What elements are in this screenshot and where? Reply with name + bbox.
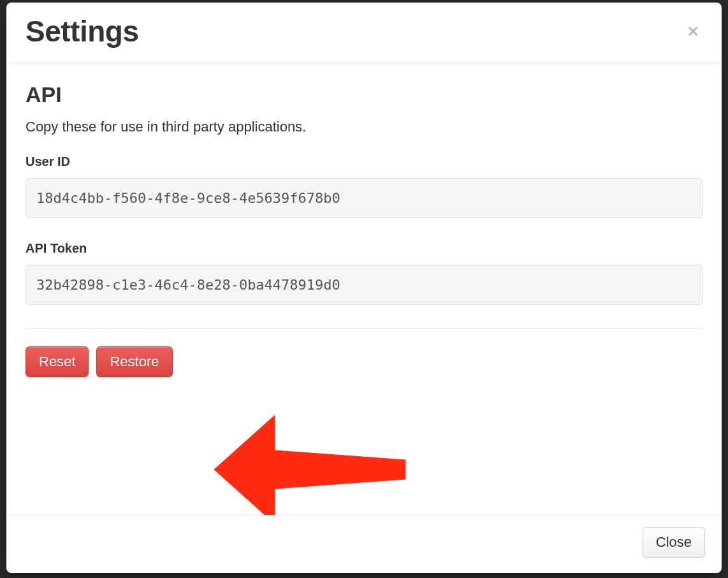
settings-modal: Settings × API Copy these for use in thi… — [6, 3, 722, 573]
arrow-annotation-icon — [214, 415, 412, 515]
api-token-label: API Token — [25, 241, 703, 256]
svg-marker-0 — [214, 415, 405, 515]
user-id-label: User ID — [25, 154, 703, 169]
api-heading: API — [25, 82, 703, 107]
close-button[interactable]: Close — [643, 527, 705, 558]
restore-button[interactable]: Restore — [96, 346, 172, 377]
api-description: Copy these for use in third party applic… — [25, 119, 703, 135]
reset-button[interactable]: Reset — [25, 346, 89, 377]
user-id-field[interactable] — [25, 178, 703, 218]
modal-header: Settings × — [6, 3, 722, 63]
modal-body: API Copy these for use in third party ap… — [6, 63, 722, 515]
api-token-field[interactable] — [25, 265, 703, 305]
close-icon[interactable]: × — [683, 19, 703, 43]
section-divider — [25, 328, 703, 329]
api-button-row: Reset Restore — [25, 346, 703, 377]
modal-title: Settings — [25, 14, 138, 48]
modal-footer: Close — [6, 515, 722, 573]
